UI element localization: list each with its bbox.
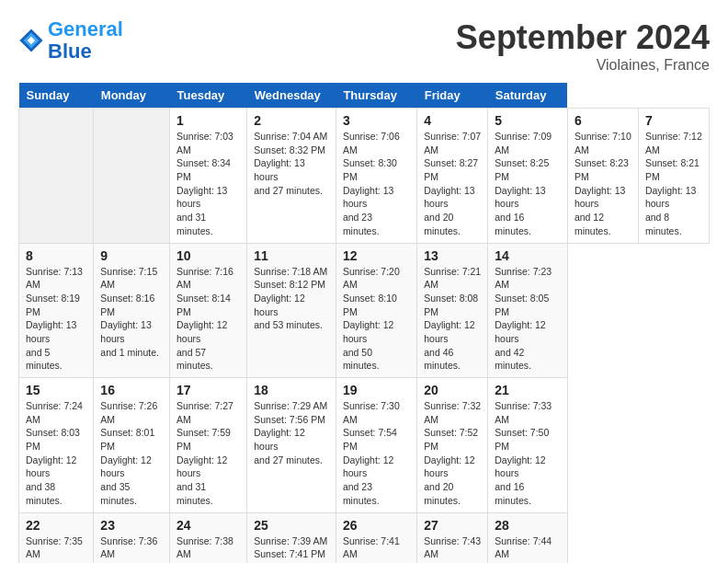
logo-line2: Blue [48,40,92,63]
calendar-cell: 22Sunrise: 7:35 AM Sunset: 7:47 PM Dayli… [19,512,94,563]
day-info: Sunrise: 7:30 AM Sunset: 7:54 PM Dayligh… [343,399,410,508]
logo-text: General Blue [48,18,123,63]
weekday-header-row: SundayMondayTuesdayWednesdayThursdayFrid… [19,83,710,109]
weekday-header-cell: Monday [94,83,170,109]
weekday-header-cell: Sunday [19,83,94,109]
day-number: 20 [424,383,481,397]
day-number: 9 [100,248,163,263]
day-info: Sunrise: 7:26 AM Sunset: 8:01 PM Dayligh… [100,399,163,508]
calendar-row: 8Sunrise: 7:13 AM Sunset: 8:19 PM Daylig… [19,243,710,378]
day-info: Sunrise: 7:32 AM Sunset: 7:52 PM Dayligh… [424,399,481,508]
day-number: 16 [100,383,163,397]
calendar-cell: 19Sunrise: 7:30 AM Sunset: 7:54 PM Dayli… [336,378,416,513]
day-number: 12 [343,248,410,263]
calendar-cell: 13Sunrise: 7:21 AM Sunset: 8:08 PM Dayli… [417,243,488,378]
day-info: Sunrise: 7:16 AM Sunset: 8:14 PM Dayligh… [176,265,240,373]
day-info: Sunrise: 7:18 AM Sunset: 8:12 PM Dayligh… [254,265,329,332]
day-number: 27 [424,518,481,533]
calendar-cell: 9Sunrise: 7:15 AM Sunset: 8:16 PM Daylig… [94,243,170,378]
page-header: General Blue September 2024 Violaines, F… [18,18,710,74]
day-number: 6 [574,113,631,128]
calendar-cell: 2Sunrise: 7:04 AM Sunset: 8:32 PM Daylig… [247,109,336,244]
day-info: Sunrise: 7:10 AM Sunset: 8:23 PM Dayligh… [574,130,631,238]
calendar-cell: 20Sunrise: 7:32 AM Sunset: 7:52 PM Dayli… [417,378,488,513]
weekday-header-cell: Tuesday [170,83,247,109]
day-number: 18 [254,383,329,397]
day-number: 22 [26,518,86,533]
day-number: 10 [176,248,240,263]
day-number: 3 [343,113,410,128]
day-info: Sunrise: 7:07 AM Sunset: 8:27 PM Dayligh… [424,130,481,238]
calendar-cell: 8Sunrise: 7:13 AM Sunset: 8:19 PM Daylig… [19,243,94,378]
day-info: Sunrise: 7:20 AM Sunset: 8:10 PM Dayligh… [343,265,410,373]
day-number: 24 [176,518,240,533]
calendar-cell: 7Sunrise: 7:12 AM Sunset: 8:21 PM Daylig… [638,109,709,244]
calendar-row: 15Sunrise: 7:24 AM Sunset: 8:03 PM Dayli… [19,378,710,513]
day-info: Sunrise: 7:36 AM Sunset: 7:45 PM Dayligh… [100,534,163,564]
day-info: Sunrise: 7:09 AM Sunset: 8:25 PM Dayligh… [495,130,561,238]
calendar-cell: 18Sunrise: 7:29 AM Sunset: 7:56 PM Dayli… [247,378,336,513]
calendar-cell: 21Sunrise: 7:33 AM Sunset: 7:50 PM Dayli… [488,378,568,513]
day-info: Sunrise: 7:04 AM Sunset: 8:32 PM Dayligh… [254,130,329,197]
logo: General Blue [18,18,123,63]
day-number: 21 [495,383,561,397]
calendar-cell: 23Sunrise: 7:36 AM Sunset: 7:45 PM Dayli… [94,512,170,563]
calendar-cell: 24Sunrise: 7:38 AM Sunset: 7:43 PM Dayli… [170,512,247,563]
day-info: Sunrise: 7:13 AM Sunset: 8:19 PM Dayligh… [26,265,86,373]
calendar-cell: 15Sunrise: 7:24 AM Sunset: 8:03 PM Dayli… [19,378,94,513]
day-info: Sunrise: 7:39 AM Sunset: 7:41 PM Dayligh… [254,534,329,564]
logo-icon [18,28,44,53]
title-block: September 2024 Violaines, France [456,18,710,74]
day-number: 28 [495,518,561,533]
calendar-cell: 26Sunrise: 7:41 AM Sunset: 7:38 PM Dayli… [336,512,416,563]
day-info: Sunrise: 7:21 AM Sunset: 8:08 PM Dayligh… [424,265,481,373]
day-info: Sunrise: 7:35 AM Sunset: 7:47 PM Dayligh… [26,534,86,564]
day-info: Sunrise: 7:44 AM Sunset: 7:34 PM Dayligh… [495,534,561,564]
day-info: Sunrise: 7:06 AM Sunset: 8:30 PM Dayligh… [343,130,410,238]
weekday-header-cell: Friday [417,83,488,109]
calendar-cell: 16Sunrise: 7:26 AM Sunset: 8:01 PM Dayli… [94,378,170,513]
day-info: Sunrise: 7:27 AM Sunset: 7:59 PM Dayligh… [176,399,240,508]
day-number: 8 [26,248,86,263]
calendar-cell: 10Sunrise: 7:16 AM Sunset: 8:14 PM Dayli… [170,243,247,378]
calendar-cell [19,109,94,244]
calendar-cell: 11Sunrise: 7:18 AM Sunset: 8:12 PM Dayli… [247,243,336,378]
day-number: 13 [424,248,481,263]
calendar-cell: 5Sunrise: 7:09 AM Sunset: 8:25 PM Daylig… [488,109,568,244]
day-info: Sunrise: 7:15 AM Sunset: 8:16 PM Dayligh… [100,265,163,360]
day-number: 11 [254,248,329,263]
day-info: Sunrise: 7:24 AM Sunset: 8:03 PM Dayligh… [26,399,86,508]
calendar-cell: 3Sunrise: 7:06 AM Sunset: 8:30 PM Daylig… [336,109,416,244]
calendar-cell: 6Sunrise: 7:10 AM Sunset: 8:23 PM Daylig… [567,109,638,244]
calendar-table: SundayMondayTuesdayWednesdayThursdayFrid… [18,83,710,563]
day-number: 14 [495,248,561,263]
day-number: 25 [254,518,329,533]
weekday-header-cell: Saturday [488,83,568,109]
calendar-cell: 4Sunrise: 7:07 AM Sunset: 8:27 PM Daylig… [417,109,488,244]
day-number: 2 [254,113,329,128]
day-info: Sunrise: 7:29 AM Sunset: 7:56 PM Dayligh… [254,399,329,466]
day-info: Sunrise: 7:03 AM Sunset: 8:34 PM Dayligh… [176,130,240,238]
day-number: 4 [424,113,481,128]
calendar-cell: 28Sunrise: 7:44 AM Sunset: 7:34 PM Dayli… [488,512,568,563]
day-info: Sunrise: 7:12 AM Sunset: 8:21 PM Dayligh… [645,130,702,238]
day-number: 7 [645,113,702,128]
calendar-row: 22Sunrise: 7:35 AM Sunset: 7:47 PM Dayli… [19,512,710,563]
calendar-cell: 27Sunrise: 7:43 AM Sunset: 7:36 PM Dayli… [417,512,488,563]
calendar-cell: 14Sunrise: 7:23 AM Sunset: 8:05 PM Dayli… [488,243,568,378]
day-info: Sunrise: 7:41 AM Sunset: 7:38 PM Dayligh… [343,534,410,564]
day-number: 23 [100,518,163,533]
day-number: 26 [343,518,410,533]
calendar-cell: 12Sunrise: 7:20 AM Sunset: 8:10 PM Dayli… [336,243,416,378]
calendar-body: 1Sunrise: 7:03 AM Sunset: 8:34 PM Daylig… [19,109,710,564]
weekday-header-cell: Thursday [336,83,416,109]
weekday-header-cell: Wednesday [247,83,336,109]
day-info: Sunrise: 7:38 AM Sunset: 7:43 PM Dayligh… [176,534,240,564]
calendar-cell: 1Sunrise: 7:03 AM Sunset: 8:34 PM Daylig… [170,109,247,244]
calendar-cell [94,109,170,244]
calendar-row: 1Sunrise: 7:03 AM Sunset: 8:34 PM Daylig… [19,109,710,244]
day-info: Sunrise: 7:33 AM Sunset: 7:50 PM Dayligh… [495,399,561,508]
calendar-cell: 25Sunrise: 7:39 AM Sunset: 7:41 PM Dayli… [247,512,336,563]
logo-line1: General [48,17,123,40]
calendar-cell: 17Sunrise: 7:27 AM Sunset: 7:59 PM Dayli… [170,378,247,513]
